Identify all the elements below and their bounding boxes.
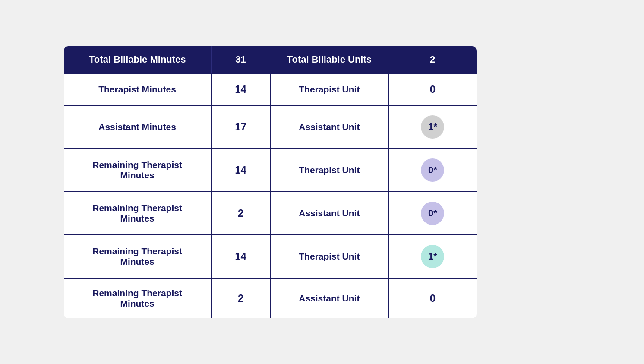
row-label: Assistant Minutes: [63, 105, 211, 149]
row-result: 0*: [388, 192, 477, 235]
result-badge: 1*: [421, 115, 444, 139]
row-result: 1** Therapist provided >8 minutes of fin…: [388, 235, 477, 278]
row-label: Remaining Therapist Minutes: [63, 278, 211, 319]
table-row: Remaining Therapist Minutes14Therapist U…: [63, 149, 477, 192]
row-value: 14: [211, 149, 270, 192]
table-row: Therapist Minutes14Therapist Unit0: [63, 73, 477, 105]
row-value: 14: [211, 73, 270, 105]
billing-table: Total Billable Minutes 31 Total Billable…: [63, 45, 477, 319]
row-result: 1** Assistant provided 1 full unit with …: [388, 105, 477, 149]
row-unit: Therapist Unit: [270, 235, 388, 278]
table-row: Assistant Minutes17Assistant Unit1** Ass…: [63, 105, 477, 149]
header-col3: Total Billable Units: [270, 46, 388, 73]
row-value: 2: [211, 192, 270, 235]
row-unit: Therapist Unit: [270, 149, 388, 192]
row-value: 2: [211, 278, 270, 319]
header-col1: Total Billable Minutes: [63, 46, 211, 73]
result-badge: 1*: [421, 245, 444, 268]
row-unit: Assistant Unit: [270, 278, 388, 319]
row-label: Remaining Therapist Minutes: [63, 192, 211, 235]
row-label: Therapist Minutes: [63, 73, 211, 105]
row-result: 0** “9–14” rule does not apply.: [388, 149, 477, 192]
table-row: Remaining Therapist Minutes2Assistant Un…: [63, 278, 477, 319]
row-result: 0: [388, 73, 477, 105]
row-unit: Assistant Unit: [270, 192, 388, 235]
row-value: 14: [211, 235, 270, 278]
row-label: Remaining Therapist Minutes: [63, 149, 211, 192]
row-label: Remaining Therapist Minutes: [63, 235, 211, 278]
header-col2-value: 31: [211, 46, 270, 73]
table-wrapper: Total Billable Minutes 31 Total Billable…: [63, 45, 581, 319]
row-value: 17: [211, 105, 270, 149]
row-unit: Assistant Unit: [270, 105, 388, 149]
table-row: Remaining Therapist Minutes2Assistant Un…: [63, 192, 477, 235]
row-unit: Therapist Unit: [270, 73, 388, 105]
row-result: 0: [388, 278, 477, 319]
table-row: Remaining Therapist Minutes14Therapist U…: [63, 235, 477, 278]
result-badge: 0*: [421, 158, 444, 182]
header-row: Total Billable Minutes 31 Total Billable…: [63, 46, 477, 73]
header-col4-value: 2: [388, 46, 477, 73]
result-badge: 0*: [421, 202, 444, 225]
